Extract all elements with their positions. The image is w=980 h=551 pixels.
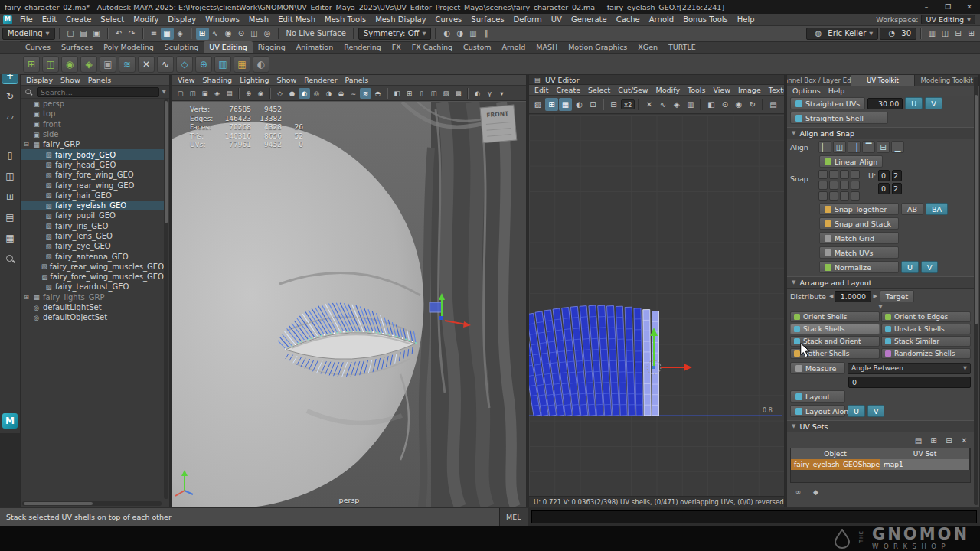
viewport-menu-shading[interactable]: Shading xyxy=(199,75,237,86)
textured-icon[interactable]: ◐ xyxy=(299,88,310,99)
menubar-item-help[interactable]: Help xyxy=(733,14,760,26)
menubar-item-uv[interactable]: UV xyxy=(547,14,567,26)
menubar-item-mesh[interactable]: Mesh xyxy=(244,14,273,26)
layout-outliner-persp-icon[interactable]: ▤ xyxy=(2,210,18,225)
snap-position-cell-8[interactable] xyxy=(851,181,860,190)
snap-position-cell-11[interactable] xyxy=(840,191,849,201)
menubar-item-display[interactable]: Display xyxy=(163,14,201,26)
menubar-item-edit-mesh[interactable]: Edit Mesh xyxy=(273,14,320,26)
uv-menu-cut-sew[interactable]: Cut/Sew xyxy=(614,85,652,96)
panel-menu-icon[interactable]: ▤ xyxy=(533,76,542,84)
stack-shells-button[interactable]: Stack Shells xyxy=(790,324,880,334)
menubar-item-create[interactable]: Create xyxy=(61,14,96,26)
uv-set-key-icon[interactable]: ◆ xyxy=(809,486,822,498)
pause-viewport-icon[interactable]: ‖ xyxy=(479,28,492,40)
straighten-uvs-button[interactable]: Straighten UVs xyxy=(790,97,865,109)
render-icon[interactable]: ◐ xyxy=(440,28,453,40)
snap-position-cell-12[interactable] xyxy=(851,191,860,201)
redo-icon[interactable]: ↷ xyxy=(126,28,139,40)
outliner-vertical-scrollbar[interactable] xyxy=(164,99,168,499)
outliner-item-fairy-rear-wing-muscles-geo[interactable]: ▧fairy_rear_wing_muscles_GEO xyxy=(21,262,164,272)
align-v-min-icon[interactable]: ▁ xyxy=(891,141,904,153)
outliner-menu-show[interactable]: Show xyxy=(57,75,84,86)
outliner-menu-panels[interactable]: Panels xyxy=(84,75,116,86)
make-live-icon[interactable]: ◎ xyxy=(261,28,274,40)
uv-snapshot-icon[interactable]: ◐ xyxy=(253,56,270,73)
outliner-item-fairy-hair-geo[interactable]: ▧fairy_hair_GEO xyxy=(21,191,164,201)
uv-editor-panel[interactable]: ▤ UV Editor EditCreateSelectCut/SewModif… xyxy=(528,74,785,507)
normalize-u-button[interactable]: U xyxy=(901,261,919,273)
image-plane-icon[interactable]: ▤ xyxy=(224,88,235,99)
linear-align-button[interactable]: Linear Align xyxy=(819,155,883,168)
straighten-shell-button[interactable]: Straighten Shell xyxy=(790,112,888,124)
delete-uv-set-icon[interactable]: ✕ xyxy=(958,434,971,446)
snap-grid-icon[interactable]: ⊞ xyxy=(196,28,209,40)
shelf-tab-fx-caching[interactable]: FX Caching xyxy=(407,41,458,53)
layout-along-v-button[interactable]: V xyxy=(867,405,885,417)
isolate-select-icon[interactable]: ◧ xyxy=(391,88,403,99)
menubar-item-curves[interactable]: Curves xyxy=(431,14,467,26)
tree-expander-icon[interactable]: ⊞ xyxy=(23,294,30,301)
snap-position-cell-2[interactable] xyxy=(829,170,838,179)
uv-editor-shelf-icon[interactable]: ▦ xyxy=(234,56,250,73)
tab-modeling-toolkit[interactable]: Modeling Toolkit xyxy=(915,75,979,86)
render-settings-icon[interactable]: ▥ xyxy=(466,28,479,40)
uv-shells[interactable] xyxy=(529,305,659,416)
menubar-item-select[interactable]: Select xyxy=(96,14,129,26)
straighten-v-button[interactable]: V xyxy=(925,97,942,109)
viewport-3d-canvas[interactable]: FRONT xyxy=(172,102,526,507)
snap-and-stack-button[interactable]: Snap and Stack xyxy=(819,217,899,230)
menubar-item-deform[interactable]: Deform xyxy=(509,14,547,26)
outliner-item-fairy-fore-wing-muscles-geo[interactable]: ▧fairy_fore_wing_muscles_GEO xyxy=(21,272,164,282)
viewport-menu-show[interactable]: Show xyxy=(273,75,301,86)
unstack-shells-button[interactable]: Unstack Shells xyxy=(881,324,971,334)
stepper-decrease-icon[interactable]: ◀ xyxy=(829,293,833,299)
uv-editor-canvas[interactable]: 0.8 xyxy=(529,115,784,496)
menubar-item-mesh-display[interactable]: Mesh Display xyxy=(371,14,430,26)
snap-position-cell-1[interactable] xyxy=(818,170,828,179)
straighten-angle-field[interactable]: 30.00 xyxy=(867,98,903,109)
snap-position-cell-5[interactable] xyxy=(818,181,828,190)
outliner-item-fairy-head-geo[interactable]: ▧fairy_head_GEO xyxy=(21,160,164,170)
uv-menu-modify[interactable]: Modify xyxy=(652,85,684,96)
layout-uv-icon[interactable]: ▥ xyxy=(214,56,231,73)
undo-icon[interactable]: ↶ xyxy=(113,28,126,40)
shelf-tab-curves[interactable]: Curves xyxy=(20,41,56,53)
menubar-item-bonus-tools[interactable]: Bonus Tools xyxy=(678,14,733,26)
snap-ba-button[interactable]: BA xyxy=(926,203,948,215)
shelf-tab-rendering[interactable]: Rendering xyxy=(338,41,387,53)
snap-ab-button[interactable]: AB xyxy=(901,203,923,215)
layout-tool-icon[interactable]: ▥ xyxy=(684,98,697,111)
multisample-aa-icon[interactable]: ≋ xyxy=(360,88,371,99)
shelf-tab-poly-modeling[interactable]: Poly Modeling xyxy=(98,41,159,53)
menubar-item-generate[interactable]: Generate xyxy=(567,14,612,26)
uv-set-link-icon[interactable]: ∞ xyxy=(792,486,805,498)
outliner-item-fairy-eye-geo[interactable]: ▧fairy_eye_GEO xyxy=(21,241,164,251)
shelf-tab-motion-graphics[interactable]: Motion Graphics xyxy=(563,41,632,53)
uv-distortion-icon[interactable]: ▧ xyxy=(531,98,544,111)
fps-indicator[interactable]: ◔ 30 xyxy=(880,28,916,40)
outliner-item-fairy-grp[interactable]: ⊟▦fairy_GRP xyxy=(21,139,164,149)
cut-uv-icon[interactable]: ✕ xyxy=(138,56,155,73)
menubar-item-cache[interactable]: Cache xyxy=(612,14,645,26)
camera-attributes-icon[interactable]: ▣ xyxy=(199,88,211,99)
tree-expander-icon[interactable]: ⊟ xyxy=(23,141,30,148)
shaded-icon[interactable]: ● xyxy=(286,88,298,99)
scrollbar-thumb[interactable] xyxy=(165,101,168,223)
optimize-uv-icon[interactable]: ⊕ xyxy=(195,56,212,73)
viewport-menu-renderer[interactable]: Renderer xyxy=(300,75,341,86)
dim-image-icon[interactable]: ◐ xyxy=(573,98,586,111)
menubar-item-mesh-tools[interactable]: Mesh Tools xyxy=(320,14,371,26)
uv-set-object-cell[interactable]: fairy_eyelash_GEOShape xyxy=(791,459,880,470)
shelf-tab-xgen[interactable]: XGen xyxy=(632,41,663,53)
shelf-tab-rigging[interactable]: Rigging xyxy=(253,41,291,53)
shelf-tab-turtle[interactable]: TURTLE xyxy=(663,41,701,53)
snap-u-step-field[interactable]: 2 xyxy=(892,170,902,181)
orient-shells-button[interactable]: Orient Shells xyxy=(790,311,880,322)
ipr-render-icon[interactable]: ◑ xyxy=(453,28,466,40)
planar-map-icon[interactable]: ⊞ xyxy=(23,56,40,73)
select-component-icon[interactable]: ◈ xyxy=(174,28,187,40)
align-and-snap-section-header[interactable]: ▼ Align and Snap xyxy=(787,127,974,139)
snap-projected-center-icon[interactable]: ⊙ xyxy=(235,28,248,40)
shelf-tab-surfaces[interactable]: Surfaces xyxy=(56,41,98,53)
